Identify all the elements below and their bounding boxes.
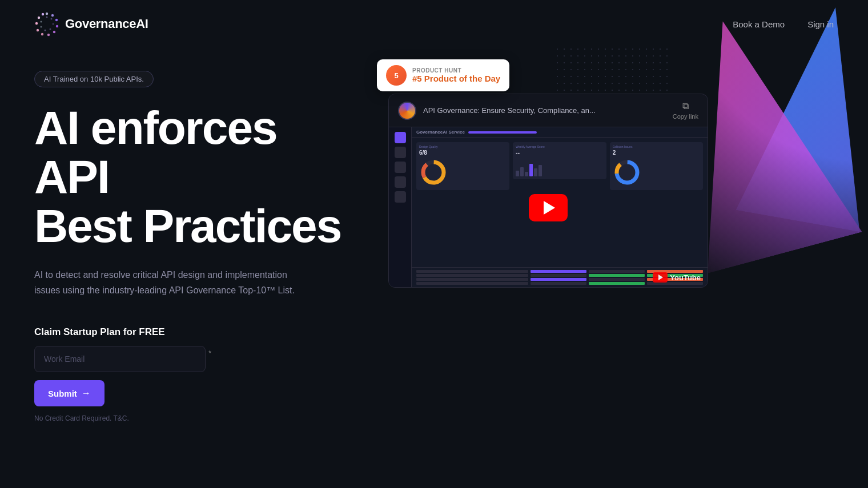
- ph-medal: 5: [386, 65, 407, 86]
- ph-label: PRODUCT HUNT: [412, 67, 500, 74]
- copy-link-label: Copy link: [673, 113, 698, 120]
- svg-point-10: [38, 17, 40, 19]
- svg-point-15: [50, 29, 51, 30]
- svg-point-6: [47, 34, 50, 36]
- play-icon: [544, 201, 555, 215]
- claim-label: Claim Startup Plan for FREE: [34, 326, 354, 338]
- yt-play-icon: [658, 275, 663, 280]
- db-metric-collision: Collision Issues 2: [610, 142, 703, 190]
- svg-point-5: [53, 31, 55, 33]
- required-star: *: [208, 349, 211, 357]
- no-cc-text: No Credit Card Required. T&C.: [34, 414, 354, 422]
- copy-icon: ⧉: [682, 101, 689, 111]
- submit-button[interactable]: Submit →: [34, 380, 105, 406]
- svg-point-14: [53, 23, 54, 25]
- submit-arrow-icon: →: [82, 388, 91, 398]
- video-thumbnail: GovernanceAI Service Design Quality 6/8: [389, 127, 708, 288]
- svg-point-2: [51, 14, 54, 17]
- svg-point-4: [56, 25, 58, 27]
- copy-link-button[interactable]: ⧉ Copy link: [673, 101, 698, 120]
- db-topbar: GovernanceAI Service: [412, 127, 708, 138]
- ph-rank: #5 Product of the Day: [412, 74, 500, 83]
- ph-text-block: PRODUCT HUNT #5 Product of the Day: [412, 67, 500, 83]
- svg-point-11: [42, 13, 44, 15]
- svg-point-13: [51, 18, 53, 20]
- svg-point-7: [41, 33, 43, 35]
- hero-title-line1: AI enforces API: [34, 102, 277, 203]
- video-avatar: [398, 102, 416, 120]
- logo[interactable]: GovernanceAI: [34, 11, 148, 37]
- video-header: API Governance: Ensure Security, Complia…: [389, 94, 708, 127]
- db-sidebar: [389, 127, 412, 288]
- video-container[interactable]: API Governance: Ensure Security, Complia…: [388, 94, 708, 288]
- hero-subtitle: AI to detect and resolve critical API de…: [34, 268, 308, 298]
- db-metric-weekly: Weekly Average Score --: [513, 142, 606, 179]
- submit-label: Submit: [48, 389, 77, 398]
- navbar: GovernanceAI Book a Demo Sign in: [0, 0, 868, 48]
- youtube-watermark: YouTube: [653, 272, 701, 283]
- db-metric-design: Design Quality 6/8: [416, 142, 509, 190]
- svg-point-17: [41, 26, 42, 28]
- product-hunt-badge[interactable]: 5 PRODUCT HUNT #5 Product of the Day: [377, 59, 509, 91]
- youtube-text: YouTube: [670, 273, 701, 282]
- main-content: AI Trained on 10k Public APIs. AI enforc…: [0, 48, 868, 422]
- left-panel: AI Trained on 10k Public APIs. AI enforc…: [34, 65, 354, 422]
- db-title: GovernanceAI Service: [416, 130, 465, 135]
- book-demo-link[interactable]: Book a Demo: [733, 19, 785, 29]
- badge: AI Trained on 10k Public APIs.: [34, 71, 154, 87]
- email-input[interactable]: [34, 346, 206, 372]
- svg-point-3: [55, 19, 58, 21]
- svg-point-8: [37, 29, 39, 31]
- svg-point-16: [45, 30, 46, 31]
- svg-point-9: [35, 22, 38, 25]
- sign-in-link[interactable]: Sign in: [807, 19, 834, 29]
- hero-title: AI enforces API Best Practices: [34, 103, 354, 251]
- logo-text: GovernanceAI: [65, 17, 148, 31]
- logo-icon: [34, 11, 59, 37]
- svg-point-1: [46, 13, 48, 15]
- video-title: API Governance: Ensure Security, Complia…: [423, 106, 666, 115]
- hero-title-line2: Best Practices: [34, 200, 341, 252]
- nav-links: Book a Demo Sign in: [733, 19, 834, 29]
- svg-point-12: [46, 17, 48, 18]
- svg-point-18: [41, 21, 42, 23]
- youtube-icon: [653, 272, 668, 283]
- play-button[interactable]: [529, 194, 568, 221]
- right-panel: 5 PRODUCT HUNT #5 Product of the Day API…: [388, 65, 834, 288]
